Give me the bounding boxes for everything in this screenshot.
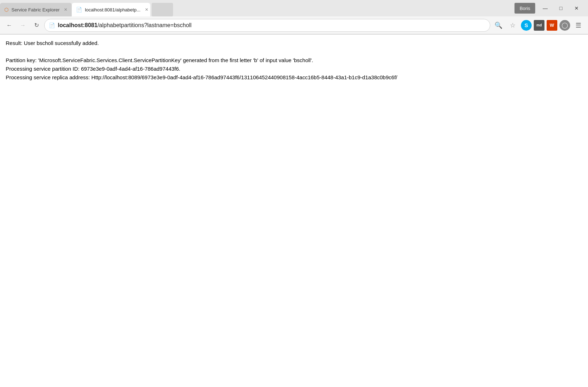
tab2-close-icon[interactable]: ✕: [145, 7, 148, 12]
result-line3: Processing service partition ID: 6973e3e…: [6, 65, 582, 73]
skype-icon[interactable]: S: [521, 20, 532, 31]
tab-localhost[interactable]: 📄 localhost:8081/alphabetp... ✕: [72, 3, 150, 16]
reload-button[interactable]: ↻: [31, 20, 42, 31]
tab1-close-icon[interactable]: ✕: [64, 7, 67, 12]
window-controls: Boris — □ ✕: [511, 0, 588, 16]
office-icon[interactable]: W: [547, 20, 557, 31]
bookmark-icon[interactable]: ☆: [507, 19, 519, 31]
minimize-button[interactable]: —: [537, 2, 553, 14]
page-content: Result: User bscholl sucessfully added. …: [0, 34, 588, 387]
md-icon[interactable]: md: [534, 20, 544, 31]
url-rest: /alphabetpartitions?lastname=bscholl: [97, 22, 192, 28]
result-line4: Processing service replica address: Http…: [6, 73, 582, 82]
url-bold: localhost:8081: [58, 22, 97, 28]
maximize-button[interactable]: □: [553, 2, 569, 14]
close-button[interactable]: ✕: [569, 2, 584, 14]
result-line2: Partition key: 'Microsoft.ServiceFabric.…: [6, 56, 582, 65]
title-bar: ⬡ Service Fabric Explorer ✕ 📄 localhost:…: [0, 0, 588, 16]
address-bar-input[interactable]: 📄 localhost:8081/alphabetpartitions?last…: [44, 19, 490, 32]
tab-service-fabric[interactable]: ⬡ Service Fabric Explorer ✕: [0, 3, 72, 16]
circle-icon[interactable]: ◯: [559, 20, 570, 31]
new-tab-area: [152, 3, 173, 16]
service-fabric-tab-icon: ⬡: [4, 7, 9, 12]
tab2-page-icon: 📄: [76, 7, 82, 12]
tab1-label: Service Fabric Explorer: [11, 7, 60, 12]
address-text: localhost:8081/alphabetpartitions?lastna…: [58, 22, 486, 29]
toolbar-icons: 🔍 ☆ S md W ◯ ☰: [492, 19, 584, 31]
page-icon: 📄: [49, 22, 55, 28]
address-bar: ← → ↻ 📄 localhost:8081/alphabetpartition…: [0, 16, 588, 34]
tab2-label: localhost:8081/alphabetp...: [85, 7, 140, 12]
menu-icon[interactable]: ☰: [572, 19, 584, 31]
back-button[interactable]: ←: [4, 20, 15, 31]
result-line1: Result: User bscholl sucessfully added.: [6, 39, 582, 47]
forward-button[interactable]: →: [17, 20, 29, 31]
search-icon[interactable]: 🔍: [492, 19, 505, 31]
tab-group: ⬡ Service Fabric Explorer ✕ 📄 localhost:…: [0, 0, 511, 16]
user-label: Boris: [514, 3, 535, 14]
